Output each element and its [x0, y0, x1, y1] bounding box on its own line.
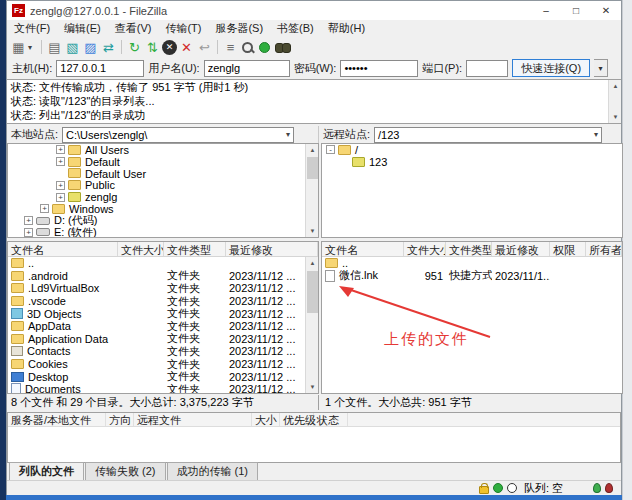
- scrollbar-thumb[interactable]: [307, 271, 318, 313]
- column-header-size[interactable]: 文件大小: [118, 242, 164, 256]
- expand-icon[interactable]: +: [24, 228, 33, 237]
- chevron-down-icon[interactable]: ▾: [282, 130, 290, 139]
- maximize-button[interactable]: □: [561, 1, 591, 20]
- collapse-icon[interactable]: -: [326, 145, 335, 154]
- tree-item-zenglg[interactable]: + zenglg: [8, 191, 318, 203]
- local-site-combo[interactable]: C:\Users\zenglg\ ▾: [62, 127, 294, 143]
- local-tree-scrollbar[interactable]: ▲ ▼: [305, 144, 318, 237]
- menu-bookmarks[interactable]: 书签(B): [270, 19, 321, 38]
- file-row[interactable]: AppData 文件夹 2023/11/12 ...: [8, 320, 318, 333]
- reconnect-icon[interactable]: ↩: [196, 39, 213, 56]
- tree-item-default[interactable]: + Default: [8, 156, 318, 168]
- tab-successful-transfers[interactable]: 成功的传输 (1): [167, 462, 259, 480]
- tree-item-123[interactable]: 123: [322, 156, 622, 168]
- file-row[interactable]: .android 文件夹 2023/11/12 ...: [8, 270, 318, 283]
- disconnect-icon[interactable]: ✕: [178, 39, 195, 56]
- expand-icon[interactable]: +: [40, 204, 49, 213]
- expand-icon[interactable]: +: [56, 193, 65, 202]
- quickconnect-dropdown-icon[interactable]: ▾: [594, 59, 608, 77]
- menu-view[interactable]: 查看(V): [108, 19, 159, 38]
- file-row[interactable]: Contacts 文件夹 2023/11/12 ...: [8, 345, 318, 358]
- scroll-down-icon[interactable]: ▼: [306, 381, 319, 393]
- window-title: zenglg@127.0.0.1 - FileZilla: [30, 5, 167, 17]
- process-queue-icon[interactable]: ⇅: [144, 39, 161, 56]
- menu-file[interactable]: 文件(F): [7, 19, 57, 38]
- toggle-queue-icon[interactable]: ⇄: [100, 39, 117, 56]
- minimize-button[interactable]: –: [531, 1, 561, 20]
- column-header-owner[interactable]: 所有者/组: [586, 242, 622, 256]
- tab-failed-transfers[interactable]: 传输失败 (2): [85, 462, 166, 480]
- queue-col-status[interactable]: 状态: [314, 413, 348, 426]
- scroll-up-icon[interactable]: ▲: [306, 257, 319, 269]
- scroll-up-icon[interactable]: ▲: [609, 80, 621, 92]
- port-input[interactable]: [466, 60, 508, 77]
- directory-comparison-icon[interactable]: [240, 40, 255, 55]
- close-button[interactable]: ✕: [591, 1, 621, 20]
- scrollbar-thumb[interactable]: [307, 157, 318, 179]
- menu-help[interactable]: 帮助(H): [321, 19, 372, 38]
- cancel-operation-icon[interactable]: ✕: [162, 40, 177, 55]
- queue-col-size[interactable]: 大小: [252, 413, 280, 426]
- toggle-remote-tree-icon[interactable]: ▨: [82, 39, 99, 56]
- queue-col-server-local[interactable]: 服务器/本地文件: [8, 413, 106, 426]
- column-header-type[interactable]: 文件类型: [446, 242, 492, 256]
- tree-item-all-users[interactable]: + All Users: [8, 144, 318, 156]
- tab-queued-files[interactable]: 列队的文件: [9, 462, 84, 480]
- title-bar: Fz zenglg@127.0.0.1 - FileZilla – □ ✕: [7, 1, 621, 20]
- file-row[interactable]: Cookies 文件夹 2023/11/12 ...: [8, 358, 318, 371]
- column-header-name[interactable]: 文件名: [8, 242, 118, 256]
- local-tree-panel: + All Users + Default Default User + Pub…: [7, 143, 319, 238]
- quickconnect-button[interactable]: 快速连接(Q): [512, 59, 590, 77]
- file-row[interactable]: 3D Objects 文件夹 2023/11/12 ...: [8, 307, 318, 320]
- tree-item-default-user[interactable]: Default User: [8, 168, 318, 180]
- refresh-icon[interactable]: ↻: [126, 39, 143, 56]
- scroll-down-icon[interactable]: ▼: [609, 111, 621, 123]
- file-row[interactable]: Desktop 文件夹 2023/11/12 ...: [8, 370, 318, 383]
- expand-icon[interactable]: +: [56, 145, 65, 154]
- scroll-down-icon[interactable]: ▼: [306, 225, 319, 237]
- find-files-icon[interactable]: [274, 40, 290, 54]
- file-row[interactable]: .vscode 文件夹 2023/11/12 ...: [8, 295, 318, 308]
- chevron-down-icon[interactable]: ▾: [590, 130, 598, 139]
- menu-server[interactable]: 服务器(S): [208, 19, 270, 38]
- synchronized-browsing-icon[interactable]: [256, 39, 273, 56]
- gear-icon[interactable]: [493, 483, 503, 493]
- toggle-log-icon[interactable]: ▤: [46, 39, 63, 56]
- username-input[interactable]: [204, 60, 290, 77]
- file-row[interactable]: Documents 文件夹 2023/11/12 ...: [8, 383, 318, 394]
- scroll-up-icon[interactable]: ▲: [306, 144, 319, 156]
- column-header-modified[interactable]: 最近修改: [492, 242, 550, 256]
- list-status-row: 8 个文件 和 29 个目录。大小总计: 3,375,223 字节 1 个文件。…: [7, 395, 621, 410]
- column-header-modified[interactable]: 最近修改: [226, 242, 318, 256]
- column-header-type[interactable]: 文件类型: [164, 242, 226, 256]
- expand-icon[interactable]: +: [56, 181, 65, 190]
- expand-icon[interactable]: +: [56, 157, 65, 166]
- queue-col-direction[interactable]: 方向: [106, 413, 134, 426]
- site-manager-dropdown-icon[interactable]: ▾: [28, 43, 37, 52]
- expand-icon[interactable]: +: [24, 216, 33, 225]
- tree-item-root[interactable]: - /: [322, 144, 622, 156]
- menu-edit[interactable]: 编辑(E): [57, 19, 108, 38]
- toggle-local-tree-icon[interactable]: ▧: [64, 39, 81, 56]
- queue-col-remote[interactable]: 远程文件: [134, 413, 252, 426]
- remote-site-combo[interactable]: /123 ▾: [374, 127, 602, 143]
- file-row-wechat-lnk[interactable]: 微信.lnk 951 快捷方式 2023/11/1...: [322, 270, 622, 283]
- column-header-name[interactable]: 文件名: [322, 242, 404, 256]
- queue-col-priority[interactable]: 优先级: [280, 413, 314, 426]
- file-row-parent[interactable]: ..: [8, 257, 318, 270]
- column-header-size[interactable]: 文件大小: [404, 242, 446, 256]
- log-scrollbar[interactable]: ▲ ▼: [608, 80, 621, 123]
- tree-item-public[interactable]: + Public: [8, 179, 318, 191]
- log-line: 状态: 读取"/123"的目录列表...: [7, 94, 621, 108]
- local-list-scrollbar[interactable]: ▲ ▼: [305, 257, 318, 393]
- clock-icon[interactable]: [507, 483, 517, 493]
- tree-item-drive-e[interactable]: + E: (软件): [8, 227, 318, 238]
- file-row[interactable]: .Ld9VirtualBox 文件夹 2023/11/12 ...: [8, 282, 318, 295]
- host-input[interactable]: [56, 60, 144, 77]
- filter-icon[interactable]: ≡: [222, 39, 239, 56]
- password-input[interactable]: [340, 60, 418, 77]
- site-manager-icon[interactable]: ▦: [10, 39, 27, 56]
- column-header-permissions[interactable]: 权限: [550, 242, 586, 256]
- file-row[interactable]: Application Data 文件夹 2023/11/12 ...: [8, 333, 318, 346]
- menu-transfer[interactable]: 传输(T): [158, 19, 208, 38]
